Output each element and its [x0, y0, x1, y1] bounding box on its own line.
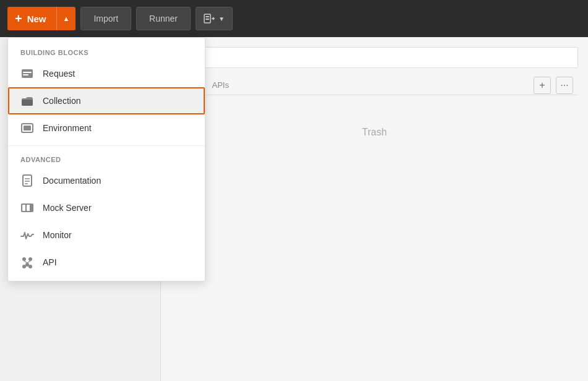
environment-label: Environment: [43, 123, 92, 133]
menu-item-environment[interactable]: Environment: [8, 114, 205, 142]
new-button-main[interactable]: + New: [7, 7, 57, 30]
request-label: Request: [43, 69, 75, 79]
advanced-label: ADVANCED: [8, 150, 205, 167]
request-icon: [20, 67, 34, 80]
svg-point-20: [22, 265, 26, 268]
api-icon: [20, 256, 34, 268]
svg-line-23: [27, 261, 30, 263]
import-label: Import: [93, 14, 118, 24]
trash-label: Trash: [362, 127, 387, 138]
svg-point-17: [22, 257, 26, 261]
mockserver-icon: [20, 202, 34, 214]
svg-rect-10: [23, 175, 32, 186]
menu-item-monitor[interactable]: Monitor: [8, 221, 205, 249]
panel-actions: + ···: [534, 77, 578, 94]
svg-line-22: [24, 261, 27, 263]
menu-item-request[interactable]: Request: [8, 60, 205, 87]
dropdown-menu: BUILDING BLOCKS Request Collection: [7, 37, 205, 281]
import-button[interactable]: Import: [80, 7, 131, 30]
intercept-button[interactable]: ▼: [196, 7, 233, 30]
documentation-icon: [20, 174, 34, 187]
intercept-arrow: ▼: [218, 15, 225, 22]
svg-rect-15: [22, 205, 25, 211]
right-panel: s APIs + ··· Trash: [161, 37, 588, 381]
menu-item-api[interactable]: API: [8, 249, 205, 276]
menu-item-mock-server[interactable]: Mock Server: [8, 194, 205, 221]
new-button-arrow[interactable]: ▲: [57, 7, 76, 30]
svg-rect-5: [23, 74, 28, 75]
menu-item-collection[interactable]: Collection: [8, 87, 205, 114]
new-button[interactable]: + New ▲: [7, 7, 76, 30]
monitor-icon: [20, 229, 34, 241]
svg-point-18: [28, 257, 32, 261]
more-options-button[interactable]: ···: [556, 77, 573, 94]
menu-divider: [8, 145, 205, 146]
environment-icon: [20, 122, 34, 134]
mock-server-label: Mock Server: [43, 203, 92, 213]
svg-rect-9: [24, 126, 31, 131]
new-label: New: [27, 14, 46, 24]
building-blocks-label: BUILDING BLOCKS: [8, 43, 205, 60]
svg-point-19: [25, 263, 29, 267]
svg-rect-1: [205, 16, 209, 17]
plus-icon: +: [15, 12, 22, 25]
arrow-up-icon: ▲: [63, 15, 70, 22]
menu-item-documentation[interactable]: Documentation: [8, 167, 205, 194]
runner-button[interactable]: Runner: [136, 7, 191, 30]
api-label: API: [43, 257, 57, 267]
svg-rect-4: [23, 72, 32, 73]
svg-point-21: [28, 265, 32, 268]
add-collection-button[interactable]: +: [534, 77, 551, 94]
add-icon: +: [539, 80, 545, 91]
trash-area: Trash: [171, 95, 578, 169]
collection-label: Collection: [43, 96, 80, 106]
tab-apis-label: APIs: [212, 80, 229, 90]
svg-rect-2: [205, 19, 209, 20]
tab-apis[interactable]: APIs: [200, 75, 241, 95]
collection-icon: [20, 95, 34, 107]
svg-rect-16: [27, 205, 30, 211]
svg-rect-7: [22, 100, 33, 106]
monitor-label: Monitor: [43, 230, 72, 240]
svg-rect-3: [22, 69, 33, 78]
intercept-icon: [204, 14, 215, 24]
panel-tabs: s APIs + ···: [171, 75, 578, 95]
documentation-label: Documentation: [43, 176, 101, 186]
toolbar: + New ▲ Import Runner ▼: [0, 0, 588, 37]
more-icon: ···: [560, 80, 568, 91]
runner-label: Runner: [149, 14, 178, 24]
search-bar[interactable]: [171, 47, 578, 68]
